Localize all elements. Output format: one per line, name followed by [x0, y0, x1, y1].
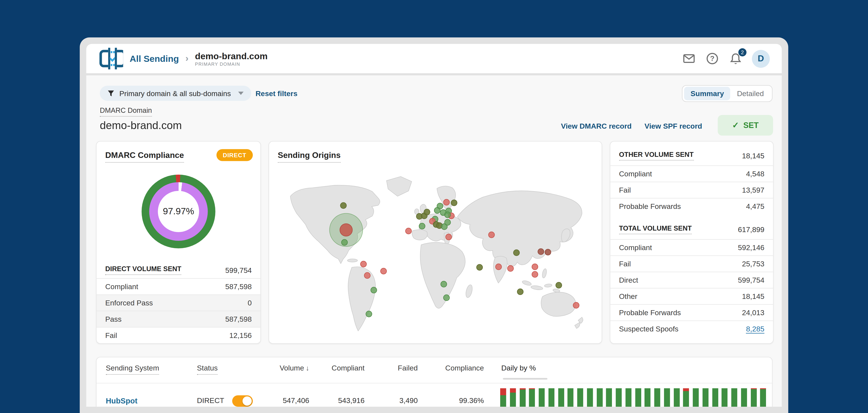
stats-section: TOTAL VOLUME SENT 617,899 Compliant 592,…: [611, 220, 773, 337]
domain-filter-label: Primary domain & all sub-domains: [119, 89, 231, 97]
row-value: 12,156: [229, 331, 252, 340]
daily-bar: [616, 388, 622, 407]
col-status[interactable]: Status: [197, 364, 218, 375]
avatar[interactable]: D: [752, 50, 770, 68]
stats-row: Compliant 592,146: [611, 239, 773, 256]
help-icon[interactable]: ?: [705, 52, 719, 66]
daily-bar: [520, 388, 526, 407]
daily-bar: [548, 388, 554, 407]
compliance-rows: Compliant587,598Enforced Pass0Pass587,59…: [97, 278, 260, 343]
row-label: Fail: [105, 331, 117, 340]
origin-dot-red[interactable]: [443, 199, 450, 205]
daily-bar: [635, 388, 641, 407]
daily-bar: [693, 388, 699, 407]
origin-dot-olive[interactable]: [451, 199, 457, 206]
toggle-knob: [243, 396, 252, 406]
origin-dot-olive[interactable]: [340, 202, 347, 209]
col-compliant[interactable]: Compliant: [321, 364, 365, 372]
suspected-spoofs-link[interactable]: 8,285: [746, 324, 764, 333]
view-toggle: Summary Detailed: [682, 85, 773, 102]
origin-dot-red[interactable]: [360, 261, 367, 267]
sending-system-hubspot-link[interactable]: HubSpot: [106, 396, 137, 405]
table-divider: [97, 383, 772, 383]
view-dmarc-record-link[interactable]: View DMARC record: [561, 122, 632, 130]
origin-dot-green[interactable]: [440, 281, 447, 287]
origin-dot-brown[interactable]: [545, 249, 551, 255]
breadcrumb-all-sending[interactable]: All Sending: [130, 53, 179, 64]
origin-dot-green[interactable]: [444, 212, 451, 218]
daily-bar: [510, 388, 516, 407]
origin-dot-green[interactable]: [418, 223, 425, 229]
notifications-bell-icon[interactable]: 2: [729, 52, 743, 66]
origin-dot-red[interactable]: [532, 271, 538, 278]
origin-dot-olive[interactable]: [476, 264, 483, 271]
direct-volume-value: 599,754: [225, 266, 252, 274]
daily-bar: [712, 388, 718, 407]
tab-detailed[interactable]: Detailed: [731, 87, 770, 100]
screen: All Sending › demo-brand.com PRIMARY DOM…: [0, 0, 868, 413]
origin-dot-olive[interactable]: [555, 282, 562, 288]
stats-row-label: Compliant: [619, 244, 652, 252]
origin-dot-green[interactable]: [443, 294, 450, 301]
stats-row-label: Compliant: [619, 170, 652, 178]
stats-row: Probable Forwards 4,475: [611, 198, 773, 214]
origin-dot-green[interactable]: [366, 311, 372, 317]
stats-row-label: Suspected Spoofs: [619, 325, 679, 333]
set-status-button[interactable]: ✓ SET: [718, 115, 773, 135]
daily-bar: [674, 388, 680, 407]
daily-bar: [568, 388, 574, 407]
origin-dot-red[interactable]: [495, 263, 502, 270]
domain-filter-dropdown[interactable]: Primary domain & all sub-domains: [100, 86, 251, 101]
stats-header-label: TOTAL VOLUME SENT: [619, 224, 692, 234]
daily-scrollbar[interactable]: [503, 378, 548, 380]
origin-dot-red[interactable]: [380, 268, 387, 275]
origin-dot-green[interactable]: [341, 239, 348, 246]
col-failed[interactable]: Failed: [380, 364, 418, 372]
col-daily-by-pct: Daily by %: [501, 364, 536, 372]
reset-filters-link[interactable]: Reset filters: [256, 90, 298, 98]
dmarcian-logo: [98, 48, 123, 69]
origin-dot-red[interactable]: [446, 234, 452, 240]
origin-dot-red[interactable]: [507, 265, 514, 272]
compliance-donut-chart: 97.97%: [142, 174, 215, 248]
origin-dot-green[interactable]: [370, 287, 377, 293]
origin-dot-green[interactable]: [444, 219, 451, 226]
mail-icon[interactable]: [682, 52, 696, 66]
view-spf-record-link[interactable]: View SPF record: [645, 122, 702, 130]
origin-dot-red[interactable]: [364, 272, 371, 279]
stats-row-value: 24,013: [742, 309, 764, 317]
daily-bar: [683, 388, 689, 407]
status-toggle[interactable]: [232, 395, 253, 407]
tab-summary[interactable]: Summary: [684, 87, 731, 100]
breadcrumb-domain-type: PRIMARY DOMAIN: [195, 61, 268, 66]
col-compliance[interactable]: Compliance: [440, 364, 484, 372]
origin-dot-olive[interactable]: [517, 288, 524, 295]
origin-dot-olive[interactable]: [424, 209, 430, 215]
col-volume[interactable]: Volume↓: [268, 364, 309, 372]
breadcrumb: All Sending › demo-brand.com PRIMARY DOM…: [130, 51, 268, 67]
origin-dot-red[interactable]: [489, 232, 495, 238]
origin-dot-red[interactable]: [532, 263, 538, 270]
stats-section-header: OTHER VOLUME SENT 18,145: [611, 146, 773, 165]
col-sending-system[interactable]: Sending System: [106, 364, 159, 375]
compliance-percent: 97.97%: [158, 191, 199, 232]
stats-row-label: Direct: [619, 276, 638, 284]
direct-badge: DIRECT: [216, 149, 253, 161]
row-label: Enforced Pass: [105, 299, 153, 307]
origin-dot-red[interactable]: [405, 228, 411, 234]
stats-row: Suspected Spoofs 8,285: [611, 321, 773, 337]
daily-bars-chart: [500, 388, 770, 407]
sending-systems-table: Sending System Status Volume↓ Compliant …: [96, 357, 773, 407]
compliance-row: Pass587,598: [97, 311, 260, 327]
origin-dot-brown[interactable]: [537, 248, 544, 255]
origin-dot-red-lg[interactable]: [340, 223, 352, 236]
sending-origins-card: Sending Origins: [269, 141, 602, 344]
origin-dot-olive[interactable]: [513, 249, 520, 256]
dmarc-domain-label: DMARC Domain: [100, 106, 152, 117]
row-failed: 3,490: [374, 396, 418, 405]
header-actions: ? 2 D: [682, 50, 770, 68]
stats-row-value: 4,475: [746, 202, 764, 211]
origin-dot-red[interactable]: [573, 303, 579, 309]
origin-dot-green[interactable]: [434, 208, 440, 214]
app-window: All Sending › demo-brand.com PRIMARY DOM…: [80, 37, 788, 413]
